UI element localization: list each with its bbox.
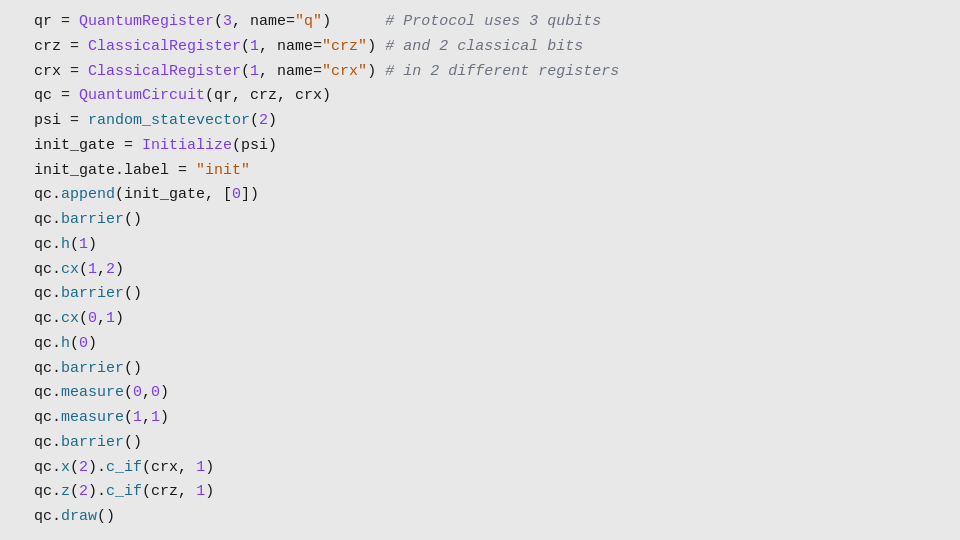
code-token-num: 1 — [106, 307, 115, 332]
code-token-method: cx — [61, 258, 79, 283]
code-token-var: qc — [34, 233, 52, 258]
code-token-var: qc — [34, 505, 52, 530]
code-token-plain: ) — [322, 10, 385, 35]
code-token-method: h — [61, 332, 70, 357]
code-line: qc.draw() — [34, 505, 926, 530]
code-token-plain: , name= — [259, 60, 322, 85]
code-token-plain: ) — [367, 60, 385, 85]
code-token-plain: ]) — [241, 183, 259, 208]
code-token-str: "q" — [295, 10, 322, 35]
code-token-num: 1 — [250, 35, 259, 60]
code-token-plain: ) — [205, 480, 214, 505]
code-token-num: 0 — [133, 381, 142, 406]
code-token-plain: . — [52, 505, 61, 530]
code-token-num: 2 — [106, 258, 115, 283]
code-token-plain: . — [52, 208, 61, 233]
code-token-plain: ) — [160, 406, 169, 431]
code-token-var: qc — [34, 431, 52, 456]
code-token-method: append — [61, 183, 115, 208]
code-token-plain: = — [61, 60, 88, 85]
code-token-str: "crz" — [322, 35, 367, 60]
code-token-num: 1 — [151, 406, 160, 431]
code-token-comment: # Protocol uses 3 qubits — [385, 10, 601, 35]
code-line: qc.x(2).c_if(crx, 1) — [34, 456, 926, 481]
code-token-plain: ) — [115, 258, 124, 283]
code-token-var: qc — [34, 282, 52, 307]
code-token-comment: # in 2 different registers — [385, 60, 619, 85]
code-token-plain: (psi) — [232, 134, 277, 159]
code-token-plain: . — [52, 357, 61, 382]
code-token-var: qc — [34, 381, 52, 406]
code-token-method: barrier — [61, 431, 124, 456]
code-token-plain: . — [52, 282, 61, 307]
code-line: crz = ClassicalRegister(1, name="crz") #… — [34, 35, 926, 60]
code-token-plain: , — [142, 381, 151, 406]
code-token-plain: . — [52, 332, 61, 357]
code-line: psi = random_statevector(2) — [34, 109, 926, 134]
code-token-str: "crx" — [322, 60, 367, 85]
code-line: qc.cx(1,2) — [34, 258, 926, 283]
code-line: qc.barrier() — [34, 282, 926, 307]
code-token-plain: ( — [70, 233, 79, 258]
code-token-plain: = — [52, 84, 79, 109]
code-token-num: 1 — [250, 60, 259, 85]
code-token-num: 1 — [79, 233, 88, 258]
code-token-str: "init" — [196, 159, 250, 184]
code-token-num: 2 — [79, 456, 88, 481]
code-token-method: h — [61, 233, 70, 258]
code-token-method: draw — [61, 505, 97, 530]
code-token-method: barrier — [61, 282, 124, 307]
code-line: crx = ClassicalRegister(1, name="crx") #… — [34, 60, 926, 85]
code-token-plain: = — [115, 134, 142, 159]
code-line: qc.append(init_gate, [0]) — [34, 183, 926, 208]
code-token-plain: . — [52, 406, 61, 431]
code-token-method: z — [61, 480, 70, 505]
code-token-num: 1 — [88, 258, 97, 283]
code-token-plain: () — [124, 357, 142, 382]
code-token-var: qc — [34, 480, 52, 505]
code-token-var: qc — [34, 183, 52, 208]
code-token-method: barrier — [61, 357, 124, 382]
code-token-var: qc — [34, 307, 52, 332]
code-token-plain: (crz, — [142, 480, 196, 505]
code-token-plain: ( — [70, 480, 79, 505]
code-token-num: 2 — [259, 109, 268, 134]
code-line: qc = QuantumCircuit(qr, crz, crx) — [34, 84, 926, 109]
code-token-num: 1 — [196, 480, 205, 505]
code-line: qc.barrier() — [34, 431, 926, 456]
code-token-plain: ( — [241, 60, 250, 85]
code-token-plain: ( — [79, 258, 88, 283]
code-token-plain: (init_gate, [ — [115, 183, 232, 208]
code-token-plain: ( — [214, 10, 223, 35]
code-token-plain: = — [52, 10, 79, 35]
code-token-plain: = — [61, 109, 88, 134]
code-token-num: 0 — [232, 183, 241, 208]
code-line: qc.h(0) — [34, 332, 926, 357]
code-token-plain: . — [52, 258, 61, 283]
code-token-comment: # and 2 classical bits — [385, 35, 583, 60]
code-token-plain: ). — [88, 480, 106, 505]
code-token-plain: ( — [124, 406, 133, 431]
code-token-num: 1 — [133, 406, 142, 431]
code-token-var: qr — [34, 10, 52, 35]
code-token-plain: , name= — [232, 10, 295, 35]
code-token-num: 0 — [79, 332, 88, 357]
code-token-kw: Initialize — [142, 134, 232, 159]
code-token-plain: . — [52, 307, 61, 332]
code-token-var: qc — [34, 258, 52, 283]
code-token-plain: ) — [160, 381, 169, 406]
code-line: qr = QuantumRegister(3, name="q") # Prot… — [34, 10, 926, 35]
code-token-num: 0 — [151, 381, 160, 406]
code-line: qc.h(1) — [34, 233, 926, 258]
code-line: qc.measure(0,0) — [34, 381, 926, 406]
code-line: qc.z(2).c_if(crz, 1) — [34, 480, 926, 505]
code-token-plain: () — [97, 505, 115, 530]
code-token-plain: ) — [88, 233, 97, 258]
code-token-var: qc — [34, 406, 52, 431]
code-token-var: crx — [34, 60, 61, 85]
code-token-plain: = — [61, 35, 88, 60]
code-token-var: init_gate — [34, 134, 115, 159]
code-token-plain: (crx, — [142, 456, 196, 481]
code-token-var: qc — [34, 456, 52, 481]
code-line: init_gate = Initialize(psi) — [34, 134, 926, 159]
